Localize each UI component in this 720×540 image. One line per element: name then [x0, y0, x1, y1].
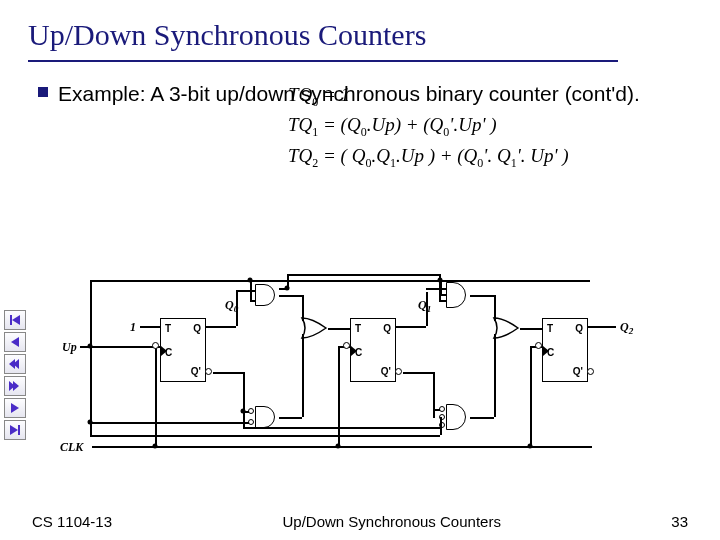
inversion-bubble-icon [152, 342, 159, 349]
fast-prev-button[interactable] [4, 354, 26, 374]
ff-port-t: T [355, 323, 361, 334]
next-end-button[interactable] [4, 420, 26, 440]
ff-port-q: Q [575, 323, 583, 334]
output-label-q2: Q2 [620, 320, 633, 336]
signal-label-one: 1 [130, 320, 136, 335]
footer-left: CS 1104-13 [32, 513, 112, 530]
ff-port-qprime: Q' [381, 366, 391, 377]
inversion-bubble-icon [205, 368, 212, 375]
prev-button[interactable] [4, 332, 26, 352]
circuit-diagram: 1 Up CLK T C Q Q' Q0 [60, 280, 670, 470]
or-gate [492, 316, 522, 340]
fast-next-button[interactable] [4, 376, 26, 396]
inversion-bubble-icon [535, 342, 542, 349]
ff-port-t: T [547, 323, 553, 334]
slide-footer: CS 1104-13 Up/Down Synchronous Counters … [0, 513, 720, 530]
ff-port-q: Q [193, 323, 201, 334]
output-label-q1: Q1 [418, 298, 431, 314]
flipflop-2: T C Q Q' [542, 318, 588, 382]
clock-triangle-icon [351, 346, 357, 356]
footer-right: 33 [671, 513, 688, 530]
square-bullet-icon [38, 87, 48, 97]
clock-triangle-icon [161, 346, 167, 356]
prev-end-button[interactable] [4, 310, 26, 330]
flipflop-1: T C Q Q' [350, 318, 396, 382]
inversion-bubble-icon [395, 368, 402, 375]
bullet-item: Example: A 3-bit up/down synchronous bin… [38, 80, 692, 107]
title-underline [28, 60, 618, 62]
ff-port-t: T [165, 323, 171, 334]
equation-line: TQ1 = (Q0.Up) + (Q0'.Up' ) [288, 111, 692, 141]
signal-label-up: Up [62, 340, 77, 355]
footer-center: Up/Down Synchronous Counters [282, 513, 500, 530]
or-gate [300, 316, 330, 340]
equation-line: TQ2 = ( Q0.Q1.Up ) + (Q0'. Q1'. Up' ) [288, 142, 692, 172]
slideshow-toolbar [4, 310, 26, 440]
ff-port-qprime: Q' [573, 366, 583, 377]
signal-label-clk: CLK [60, 440, 83, 455]
flipflop-0: T C Q Q' [160, 318, 206, 382]
inversion-bubble-icon [343, 342, 350, 349]
next-button[interactable] [4, 398, 26, 418]
ff-port-qprime: Q' [191, 366, 201, 377]
ff-port-q: Q [383, 323, 391, 334]
inversion-bubble-icon [587, 368, 594, 375]
page-title: Up/Down Synchronous Counters [28, 18, 692, 52]
clock-triangle-icon [543, 346, 549, 356]
